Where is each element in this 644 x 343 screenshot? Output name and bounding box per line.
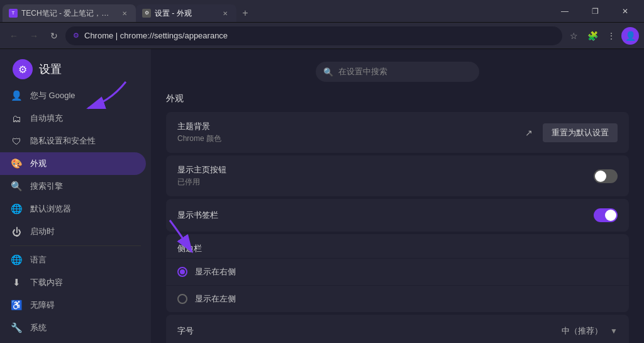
tab-tech-favicon: T bbox=[9, 9, 18, 18]
accessibility-icon: ♿ bbox=[10, 300, 23, 311]
browser-icon: 🌐 bbox=[10, 203, 23, 215]
home-button-label-sub: 已停用 bbox=[177, 177, 594, 188]
font-dropdown-arrow: ▼ bbox=[610, 327, 618, 335]
address-lock-icon: ⚙ bbox=[73, 31, 79, 40]
sidebar-item-search[interactable]: 🔍 搜索引擎 bbox=[0, 175, 146, 198]
radio-right-circle bbox=[177, 267, 187, 277]
home-button-row: 显示主页按钮 已停用 bbox=[166, 155, 629, 196]
extension-button[interactable]: 🧩 bbox=[584, 27, 601, 45]
settings-icon: ⚙ bbox=[13, 59, 33, 79]
theme-label: 主题背景 Chrome 颜色 bbox=[177, 121, 520, 144]
system-icon: 🔧 bbox=[10, 322, 23, 334]
font-dropdown-value: 中（推荐） bbox=[562, 325, 602, 337]
theme-action: ↗ 重置为默认设置 bbox=[520, 123, 618, 142]
sidebar-item-appearance[interactable]: 🎨 外观 bbox=[0, 152, 146, 175]
sidebar-item-reset[interactable]: ↺ 重置并清理 bbox=[0, 339, 146, 343]
sidebar-item-privacy[interactable]: 🛡 隐私设置和安全性 bbox=[0, 130, 146, 152]
minimize-button[interactable]: — bbox=[551, 3, 579, 20]
font-label-main: 字号 bbox=[177, 325, 562, 337]
tab-settings-close[interactable]: ✕ bbox=[220, 8, 230, 18]
tab-settings-label: 设置 - 外观 bbox=[155, 8, 192, 19]
radio-left[interactable]: 显示在左侧 bbox=[166, 286, 629, 312]
address-bar[interactable]: ⚙ Chrome | chrome://settings/appearance bbox=[65, 26, 562, 45]
main-layout: ⚙ 设置 👤 您与 Google 🗂 自动填充 🛡 隐私设置和安全性 🎨 外观 … bbox=[0, 49, 644, 343]
sidebar-item-language[interactable]: 🌐 语言 bbox=[0, 249, 146, 271]
search-placeholder: 在设置中搜索 bbox=[338, 66, 387, 77]
downloads-icon: ⬇ bbox=[10, 277, 23, 288]
tab-settings[interactable]: ⚙ 设置 - 外观 ✕ bbox=[136, 4, 236, 22]
sidebar-item-google[interactable]: 👤 您与 Google bbox=[0, 84, 146, 107]
radio-right[interactable]: 显示在右侧 bbox=[166, 259, 629, 286]
nav-actions: ☆ 🧩 ⋮ 👤 bbox=[565, 27, 639, 45]
navbar: ← → ↻ ⚙ Chrome | chrome://settings/appea… bbox=[0, 23, 644, 49]
radio-left-circle bbox=[177, 294, 187, 304]
sidebar-item-google-label: 您与 Google bbox=[30, 90, 75, 101]
sidebar-item-accessibility-label: 无障碍 bbox=[30, 300, 55, 311]
sidebar-item-browser-label: 默认浏览器 bbox=[30, 203, 71, 215]
bookmarks-toggle[interactable] bbox=[594, 208, 618, 222]
search-input-wrapper[interactable]: 🔍 在设置中搜索 bbox=[316, 62, 479, 82]
font-action: 中（推荐） ▼ bbox=[562, 325, 618, 337]
reset-theme-button[interactable]: 重置为默认设置 bbox=[543, 123, 618, 142]
home-button-toggle[interactable] bbox=[594, 169, 618, 183]
window-controls: — ❐ ✕ bbox=[551, 3, 644, 20]
restore-button[interactable]: ❐ bbox=[581, 3, 609, 20]
font-label: 字号 bbox=[177, 325, 562, 337]
appearance-icon: 🎨 bbox=[10, 158, 23, 169]
titlebar: T TECH笔记 - 爱上笔记，沉迷学习 ✕ ⚙ 设置 - 外观 ✕ + — ❐… bbox=[0, 0, 644, 23]
sidebar-section-label: 侧边栏 bbox=[177, 243, 202, 254]
theme-ext-link[interactable]: ↗ bbox=[520, 124, 538, 142]
address-text: Chrome | chrome://settings/appearance bbox=[84, 31, 228, 40]
profile-icon[interactable]: 👤 bbox=[621, 27, 639, 45]
sidebar-item-browser[interactable]: 🌐 默认浏览器 bbox=[0, 198, 146, 220]
bookmarks-row: 显示书签栏 bbox=[166, 199, 629, 232]
settings-menu-button[interactable]: ⋮ bbox=[602, 27, 620, 45]
theme-row: 主题背景 Chrome 颜色 ↗ 重置为默认设置 bbox=[166, 112, 629, 153]
tab-settings-favicon: ⚙ bbox=[142, 9, 151, 18]
autofill-icon: 🗂 bbox=[10, 113, 23, 124]
sidebar-item-autofill[interactable]: 🗂 自动填充 bbox=[0, 107, 146, 130]
bookmarks-toggle-knob bbox=[605, 210, 616, 221]
settings-card-bookmarks: 显示书签栏 bbox=[166, 199, 629, 232]
settings-card-theme: 主题背景 Chrome 颜色 ↗ 重置为默认设置 bbox=[166, 112, 629, 153]
sidebar-item-language-label: 语言 bbox=[30, 254, 47, 266]
settings-card-sidebar: 侧边栏 显示在右侧 显示在左侧 bbox=[166, 234, 629, 312]
bookmark-button[interactable]: ☆ bbox=[565, 27, 582, 45]
new-tab-button[interactable]: + bbox=[236, 4, 254, 22]
section-title: 外观 bbox=[166, 93, 629, 104]
settings-title: 设置 bbox=[39, 62, 62, 77]
sidebar-divider-1 bbox=[10, 245, 141, 246]
sidebar-item-accessibility[interactable]: ♿ 无障碍 bbox=[0, 294, 146, 317]
radio-right-label: 显示在右侧 bbox=[195, 266, 236, 278]
sidebar-item-system-label: 系统 bbox=[30, 322, 47, 334]
back-button[interactable]: ← bbox=[5, 27, 23, 45]
sidebar: ⚙ 设置 👤 您与 Google 🗂 自动填充 🛡 隐私设置和安全性 🎨 外观 … bbox=[0, 49, 151, 343]
refresh-button[interactable]: ↻ bbox=[45, 27, 63, 45]
tab-tech-close[interactable]: ✕ bbox=[119, 8, 130, 18]
sidebar-section-label-row: 侧边栏 bbox=[166, 234, 629, 259]
home-button-toggle-knob bbox=[595, 171, 606, 182]
tab-tech[interactable]: T TECH笔记 - 爱上笔记，沉迷学习 ✕ bbox=[3, 4, 136, 22]
tab-tech-label: TECH笔记 - 爱上笔记，沉迷学习 bbox=[21, 8, 116, 19]
sidebar-item-startup[interactable]: ⏻ 启动时 bbox=[0, 220, 146, 243]
search-engine-icon: 🔍 bbox=[10, 181, 23, 192]
settings-card-home: 显示主页按钮 已停用 bbox=[166, 155, 629, 196]
sidebar-item-privacy-label: 隐私设置和安全性 bbox=[30, 135, 96, 147]
search-icon: 🔍 bbox=[323, 67, 333, 77]
close-button[interactable]: ✕ bbox=[611, 3, 639, 20]
radio-left-label: 显示在左侧 bbox=[195, 293, 236, 305]
content-area: 🔍 在设置中搜索 外观 主题背景 Chrome 颜色 ↗ 重置为默认设置 bbox=[151, 49, 644, 343]
sidebar-item-autofill-label: 自动填充 bbox=[30, 113, 63, 124]
sidebar-item-appearance-label: 外观 bbox=[30, 158, 47, 169]
bookmarks-label: 显示书签栏 bbox=[177, 210, 594, 221]
home-button-label: 显示主页按钮 已停用 bbox=[177, 164, 594, 188]
google-icon: 👤 bbox=[10, 90, 23, 101]
forward-button[interactable]: → bbox=[25, 27, 43, 45]
home-button-label-main: 显示主页按钮 bbox=[177, 164, 594, 176]
settings-card-font: 字号 中（推荐） ▼ bbox=[166, 315, 629, 343]
privacy-icon: 🛡 bbox=[10, 136, 23, 147]
sidebar-item-downloads[interactable]: ⬇ 下载内容 bbox=[0, 271, 146, 294]
language-icon: 🌐 bbox=[10, 254, 23, 266]
sidebar-item-system[interactable]: 🔧 系统 bbox=[0, 317, 146, 339]
bookmarks-label-main: 显示书签栏 bbox=[177, 210, 594, 221]
